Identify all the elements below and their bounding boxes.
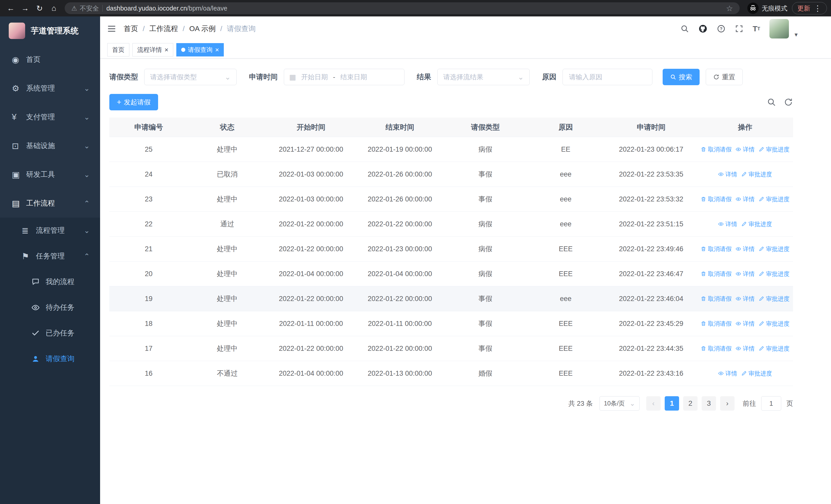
help-icon[interactable]: ? [717,24,725,33]
reason-input[interactable] [563,69,652,85]
sidebar-item-todo-task[interactable]: 待办任务 [0,295,100,320]
search-button[interactable]: 搜索 [663,69,699,85]
reload-button[interactable]: ↻ [33,2,46,15]
app-logo[interactable]: 芋道管理系统 [0,17,100,45]
sidebar-item-workflow[interactable]: ▤工作流程⌃ [0,189,100,217]
cell-applied: 2022-01-22 23:44:35 [605,345,697,353]
page-button-1[interactable]: 1 [665,396,679,411]
detail-link[interactable]: 详情 [736,195,754,203]
detail-link[interactable]: 详情 [736,345,754,353]
github-icon[interactable] [698,24,708,33]
edit-icon [741,171,747,177]
sidebar-item-task-mgmt[interactable]: ⚑任务管理⌃ [0,243,100,269]
sidebar-item-payment[interactable]: ¥支付管理⌄ [0,102,100,131]
refresh-icon [713,74,719,80]
cancel-leave-link[interactable]: 取消请假 [700,195,732,203]
detail-link[interactable]: 详情 [718,220,737,228]
date-separator: - [333,73,335,81]
sidebar-item-done-task[interactable]: 已办任务 [0,320,100,346]
close-icon[interactable]: × [215,47,219,53]
home-button[interactable]: ⌂ [47,2,61,15]
page-button-2[interactable]: 2 [683,396,697,411]
font-size-icon[interactable]: TT [753,24,760,33]
hamburger-icon[interactable] [107,24,116,33]
approval-progress-link[interactable]: 审批进度 [741,369,772,378]
detail-link[interactable]: 详情 [718,170,737,178]
approval-progress-link[interactable]: 审批进度 [758,345,790,353]
prev-page-button[interactable]: ‹ [646,396,661,411]
bookmark-star-icon[interactable]: ☆ [726,4,733,13]
approval-progress-link[interactable]: 审批进度 [758,270,790,278]
page-button-3[interactable]: 3 [701,396,716,411]
forward-button[interactable]: → [19,2,32,15]
sidebar-item-process-mgmt[interactable]: ≣流程管理⌄ [0,217,100,243]
table-row: 21处理中2022-01-22 00:00:002022-01-23 00:00… [109,237,793,262]
tab-home[interactable]: 首页 [107,43,130,56]
toggle-search-icon[interactable] [767,97,776,107]
cell-start: 2022-01-04 00:00:00 [267,270,355,278]
tab-process-detail[interactable]: 流程详情× [133,43,173,56]
sidebar-item-home[interactable]: ◉首页 [0,45,100,74]
table-row: 25处理中2021-12-27 00:00:002022-01-19 00:00… [109,137,793,162]
page-size-select[interactable]: 10条/页 ⌄ [600,396,639,411]
fullscreen-icon[interactable] [735,24,744,33]
svg-text:?: ? [720,26,722,31]
cancel-leave-link[interactable]: 取消请假 [700,245,732,253]
cancel-leave-link[interactable]: 取消请假 [700,345,732,353]
close-icon[interactable]: × [165,47,168,53]
cancel-leave-link[interactable]: 取消请假 [700,146,732,153]
search-icon[interactable] [680,24,689,33]
user-avatar[interactable] [769,19,789,38]
leave-type-select[interactable]: 请选择请假类型 ⌄ [144,69,237,85]
approval-progress-link[interactable]: 审批进度 [758,295,790,303]
next-page-button[interactable]: › [720,396,735,411]
detail-link[interactable]: 详情 [718,369,737,378]
sidebar-item-devtools[interactable]: ▣研发工具⌄ [0,160,100,189]
approval-progress-link[interactable]: 审批进度 [741,220,772,228]
cell-applied: 2022-01-22 23:53:32 [605,195,697,203]
address-bar[interactable]: ⚠ 不安全 dashboard.yudao.iocoder.cn/bpm/oa/… [65,2,740,14]
detail-link[interactable]: 详情 [736,146,754,153]
breadcrumb-item-home[interactable]: 首页 [124,24,138,34]
chevron-down-icon: ⌄ [84,170,90,179]
trash-icon [700,271,706,277]
breadcrumb-item-oa-example[interactable]: OA 示例 [190,24,216,34]
approval-progress-link[interactable]: 审批进度 [758,320,790,328]
detail-link[interactable]: 详情 [736,320,754,328]
op-label: 详情 [743,345,754,353]
detail-link[interactable]: 详情 [736,295,754,303]
approval-progress-link[interactable]: 审批进度 [741,170,772,178]
create-leave-button[interactable]: + 发起请假 [109,94,158,110]
chevron-up-icon: ⌃ [84,199,90,208]
sidebar-item-leave-query[interactable]: 请假查询 [0,346,100,372]
table-body: 25处理中2021-12-27 00:00:002022-01-19 00:00… [109,137,793,386]
back-button[interactable]: ← [4,2,18,15]
approval-progress-link[interactable]: 审批进度 [758,245,790,253]
goto-page-input[interactable] [761,396,781,411]
breadcrumb-item-workflow[interactable]: 工作流程 [149,24,178,34]
detail-link[interactable]: 详情 [736,270,754,278]
browser-menu-icon[interactable]: ⋮ [814,4,822,13]
detail-link[interactable]: 详情 [736,245,754,253]
sidebar-item-my-process[interactable]: 我的流程 [0,269,100,295]
avatar-dropdown-icon[interactable]: ▾ [795,31,798,38]
trash-icon [700,346,706,351]
cancel-leave-link[interactable]: 取消请假 [700,295,732,303]
refresh-table-icon[interactable] [784,97,793,107]
approval-progress-link[interactable]: 审批进度 [758,146,790,153]
column-header: 状态 [188,122,266,132]
sidebar-item-infrastructure[interactable]: ⊡基础设施⌄ [0,131,100,160]
approval-progress-link[interactable]: 审批进度 [758,195,790,203]
reset-button[interactable]: 重置 [706,69,743,85]
cell-start: 2022-01-22 00:00:00 [267,220,355,228]
cell-start: 2022-01-22 00:00:00 [267,345,355,353]
cancel-leave-link[interactable]: 取消请假 [700,270,732,278]
result-select[interactable]: 请选择流结果 ⌄ [437,69,530,85]
tab-label: 流程详情 [137,46,162,54]
date-range-picker[interactable]: ▦ 开始日期 - 结束日期 [284,69,404,85]
sidebar-item-label: 首页 [26,55,90,64]
cancel-leave-link[interactable]: 取消请假 [700,320,732,328]
update-chip[interactable]: 更新 ⋮ [792,2,827,14]
sidebar-item-system[interactable]: ⚙系统管理⌄ [0,74,100,102]
tab-leave-query[interactable]: 请假查询× [176,43,224,56]
